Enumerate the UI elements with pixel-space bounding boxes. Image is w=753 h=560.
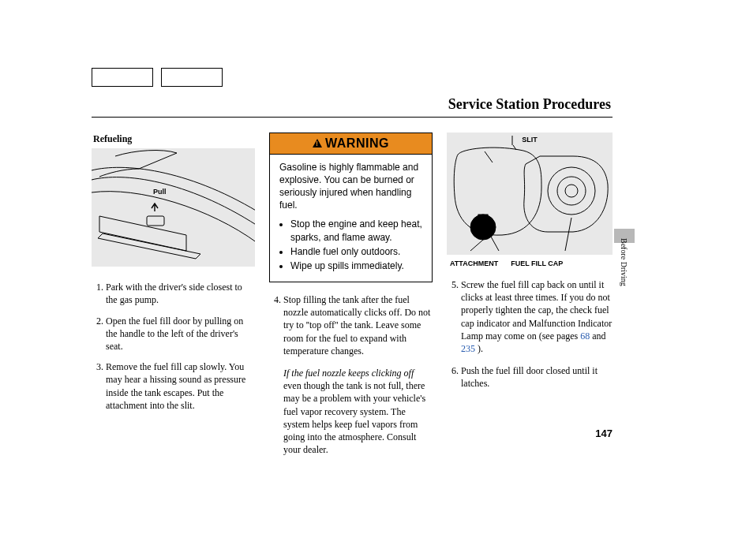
column-3: SLIT ATT <box>447 133 613 465</box>
nozzle-note: If the fuel nozzle keeps clicking off ev… <box>269 367 433 456</box>
steps-list-3: Screw the fuel fill cap back on until it… <box>447 278 613 390</box>
steps-list-1: Park with the driver's side closest to t… <box>92 281 255 412</box>
column-1: Refueling Pull Pa <box>92 133 255 465</box>
svg-point-3 <box>565 185 578 197</box>
warning-intro: Gasoline is highly flammable and explosi… <box>279 161 424 212</box>
warning-bullet: Stop the engine and keep heat, sparks, a… <box>290 218 424 243</box>
page-number: 147 <box>595 427 613 439</box>
step-5-text: Screw the fuel fill cap back on until it… <box>461 279 612 342</box>
svg-point-1 <box>548 167 595 215</box>
label-attachment: ATTACHMENT <box>450 259 498 267</box>
warning-triangle-icon <box>313 139 322 147</box>
nozzle-note-body: even though the tank is not full, there … <box>283 380 425 455</box>
title-rule <box>92 117 613 118</box>
figure-label-slit: SLIT <box>447 136 613 144</box>
step-2: Open the fuel fill door by pulling on th… <box>106 315 255 353</box>
page-title: Service Station Procedures <box>448 96 611 113</box>
nozzle-note-italic: If the fuel nozzle keeps clicking off <box>283 368 414 379</box>
step-6: Push the fuel fill door closed until it … <box>461 364 613 390</box>
step-5-tail: ). <box>478 343 483 354</box>
svg-rect-0 <box>147 216 164 226</box>
page-link-68[interactable]: 68 <box>580 330 590 342</box>
figure-fuel-cap: SLIT <box>447 133 613 255</box>
warning-bullets: Stop the engine and keep heat, sparks, a… <box>279 218 424 272</box>
top-placeholder-boxes <box>92 68 223 87</box>
step-3: Remove the fuel fill cap slowly. You may… <box>106 360 255 412</box>
label-fuel-fill-cap: FUEL FILL CAP <box>511 259 563 267</box>
subhead-refueling: Refueling <box>93 133 255 145</box>
figure-fuel-door-lever: Pull <box>92 148 255 267</box>
figure-bottom-labels: ATTACHMENT FUEL FILL CAP <box>450 259 613 267</box>
step-5-mid: and <box>592 330 605 342</box>
placeholder-box <box>92 68 153 87</box>
step-5: Screw the fuel fill cap back on until it… <box>461 278 613 355</box>
placeholder-box <box>161 68 223 87</box>
warning-bullet: Wipe up spills immediately. <box>290 259 424 272</box>
warning-header-text: WARNING <box>325 135 389 152</box>
page-link-235[interactable]: 235 <box>461 343 475 354</box>
step-4: Stop filling the tank after the fuel noz… <box>283 293 433 357</box>
column-2: WARNING Gasoline is highly flammable and… <box>269 133 433 465</box>
steps-list-2: Stop filling the tank after the fuel noz… <box>269 293 433 357</box>
warning-header: WARNING <box>270 133 432 155</box>
side-section-label: Before Driving <box>620 238 628 286</box>
svg-point-2 <box>557 177 586 205</box>
figure-label-pull: Pull <box>153 188 167 196</box>
svg-rect-5 <box>478 215 488 219</box>
warning-box: WARNING Gasoline is highly flammable and… <box>269 133 433 282</box>
step-1: Park with the driver's side closest to t… <box>106 281 255 306</box>
warning-bullet: Handle fuel only outdoors. <box>290 245 424 258</box>
